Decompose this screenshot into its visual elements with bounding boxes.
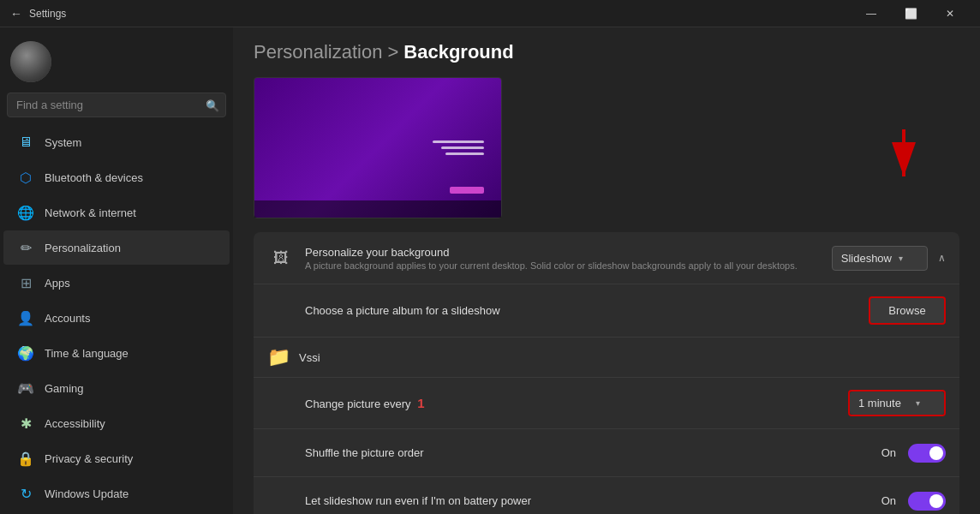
- background-icon: 🖼: [267, 244, 295, 272]
- minimize-button[interactable]: —: [852, 0, 891, 27]
- dropdown-chevron2-icon: ▾: [916, 398, 920, 408]
- sidebar-item-accessibility[interactable]: ✱Accessibility: [3, 406, 230, 440]
- background-type-value: Slideshow: [841, 252, 892, 265]
- close-button[interactable]: ✕: [930, 0, 970, 27]
- maximize-button[interactable]: ⬜: [891, 0, 930, 27]
- sidebar-item-network[interactable]: 🌐Network & internet: [3, 195, 230, 230]
- shuffle-toggle-knob: [929, 446, 943, 460]
- network-icon: 🌐: [17, 204, 34, 221]
- dropdown-chevron-icon: ▾: [899, 254, 903, 263]
- change-picture-badge: 1: [417, 396, 424, 410]
- battery-control: On: [881, 492, 946, 511]
- change-picture-value: 1 minute: [858, 397, 901, 409]
- system-label: System: [45, 136, 81, 149]
- battery-toggle-label: On: [881, 494, 896, 507]
- titlebar-title: Settings: [29, 8, 66, 20]
- change-picture-control[interactable]: 1 minute ▾: [848, 390, 946, 416]
- shuffle-title: Shuffle the picture order: [305, 446, 881, 459]
- preview-line-3: [445, 152, 484, 155]
- battery-row: Let slideshow run even if I'm on battery…: [254, 477, 959, 514]
- expand-arrow-icon[interactable]: ∧: [938, 252, 946, 264]
- battery-text: Let slideshow run even if I'm on battery…: [267, 494, 881, 507]
- preview-button: [450, 187, 484, 194]
- folder-row: 📁 Vssi: [254, 338, 959, 378]
- choose-album-row: Choose a picture album for a slideshow B…: [254, 284, 959, 338]
- titlebar: ← Settings — ⬜ ✕: [0, 0, 980, 27]
- sidebar-item-privacy[interactable]: 🔒Privacy & security: [3, 441, 230, 475]
- system-icon: 🖥: [17, 134, 34, 151]
- gaming-icon: 🎮: [17, 380, 34, 397]
- personalization-icon: ✏: [17, 239, 34, 256]
- sidebar-item-apps[interactable]: ⊞Apps: [3, 266, 230, 300]
- update-icon: ↻: [17, 485, 34, 502]
- sidebar-item-update[interactable]: ↻Windows Update: [3, 476, 230, 511]
- accessibility-icon: ✱: [17, 415, 34, 432]
- update-label: Windows Update: [45, 487, 128, 500]
- privacy-icon: 🔒: [17, 450, 34, 467]
- shuffle-control: On: [881, 444, 946, 463]
- folder-icon: 📁: [267, 346, 290, 368]
- apps-label: Apps: [45, 277, 70, 290]
- gaming-label: Gaming: [45, 382, 84, 395]
- shuffle-row: Shuffle the picture order On: [254, 429, 959, 477]
- personalize-row-title: Personalize your background: [305, 246, 832, 259]
- breadcrumb-separator: >: [387, 41, 398, 63]
- preview-lines: [433, 140, 484, 155]
- choose-album-text: Choose a picture album for a slideshow: [267, 304, 869, 317]
- sidebar-item-system[interactable]: 🖥System: [3, 125, 230, 159]
- sidebar-item-gaming[interactable]: 🎮Gaming: [3, 371, 230, 405]
- browse-control: Browse: [869, 296, 946, 325]
- shuffle-text: Shuffle the picture order: [267, 446, 881, 459]
- preview-taskbar: [254, 200, 501, 218]
- accessibility-label: Accessibility: [45, 417, 105, 430]
- app-body: 🔍 🖥System⬡Bluetooth & devices🌐Network & …: [0, 27, 980, 514]
- personalize-row-control[interactable]: Slideshow ▾ ∧: [832, 246, 946, 271]
- choose-album-title: Choose a picture album for a slideshow: [305, 304, 869, 317]
- time-icon: 🌍: [17, 344, 34, 362]
- sidebar-item-bluetooth[interactable]: ⬡Bluetooth & devices: [3, 160, 230, 194]
- search-icon: 🔍: [206, 99, 219, 111]
- bluetooth-icon: ⬡: [17, 169, 34, 186]
- avatar: [10, 41, 51, 82]
- search-input[interactable]: [7, 93, 226, 117]
- red-arrow-annotation: [882, 129, 925, 192]
- sidebar: 🔍 🖥System⬡Bluetooth & devices🌐Network & …: [0, 27, 233, 514]
- accounts-label: Accounts: [45, 312, 90, 325]
- battery-toggle[interactable]: [908, 492, 946, 511]
- shuffle-toggle[interactable]: [908, 444, 946, 463]
- preview-line-2: [441, 146, 484, 149]
- background-preview: [254, 77, 502, 218]
- nav-items: 🖥System⬡Bluetooth & devices🌐Network & in…: [0, 124, 233, 511]
- change-picture-text: Change picture every 1: [267, 396, 848, 410]
- accounts-icon: 👤: [17, 309, 34, 326]
- sidebar-top: [0, 27, 233, 89]
- background-type-dropdown[interactable]: Slideshow ▾: [832, 246, 928, 271]
- change-picture-title: Change picture every 1: [305, 396, 848, 410]
- personalize-background-row: 🖼 Personalize your background A picture …: [254, 232, 959, 284]
- titlebar-controls: — ⬜ ✕: [852, 0, 970, 27]
- main-content: Personalization > Background: [233, 27, 980, 514]
- search-box: 🔍: [7, 93, 226, 117]
- sidebar-item-personalization[interactable]: ✏Personalization: [3, 230, 230, 265]
- shuffle-toggle-label: On: [881, 446, 896, 459]
- time-label: Time & language: [45, 347, 128, 360]
- preview-line-1: [433, 140, 484, 143]
- change-picture-dropdown[interactable]: 1 minute ▾: [850, 391, 944, 415]
- sidebar-item-accounts[interactable]: 👤Accounts: [3, 301, 230, 335]
- personalization-label: Personalization: [45, 242, 121, 254]
- breadcrumb: Personalization > Background: [254, 41, 959, 63]
- battery-toggle-knob: [929, 494, 943, 508]
- change-picture-row: Change picture every 1 1 minute ▾: [254, 378, 959, 429]
- back-button[interactable]: ←: [10, 7, 22, 21]
- folder-name: Vssi: [299, 351, 320, 364]
- apps-icon: ⊞: [17, 274, 34, 291]
- sidebar-item-time[interactable]: 🌍Time & language: [3, 336, 230, 370]
- battery-title: Let slideshow run even if I'm on battery…: [305, 494, 881, 507]
- bluetooth-label: Bluetooth & devices: [45, 171, 143, 184]
- network-label: Network & internet: [45, 206, 136, 219]
- browse-button[interactable]: Browse: [869, 296, 946, 325]
- personalize-row-subtitle: A picture background applies to your cur…: [305, 260, 832, 271]
- breadcrumb-current: Background: [403, 41, 513, 63]
- settings-section: 🖼 Personalize your background A picture …: [254, 232, 959, 514]
- privacy-label: Privacy & security: [45, 452, 133, 465]
